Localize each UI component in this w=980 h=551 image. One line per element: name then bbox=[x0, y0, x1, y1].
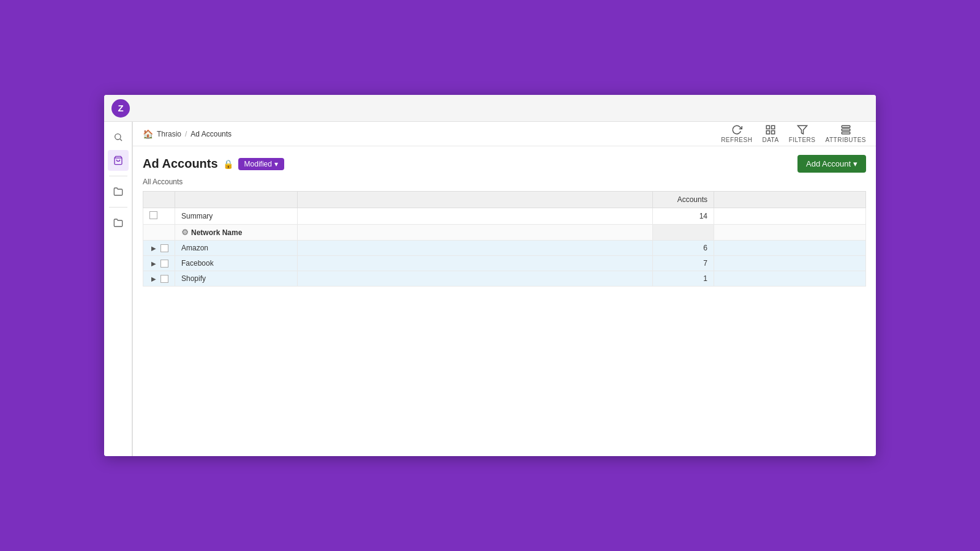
facebook-extra-cell bbox=[714, 256, 866, 271]
svg-line-1 bbox=[120, 139, 122, 141]
amazon-extra-cell bbox=[714, 241, 866, 256]
table-row: ▶ Amazon 6 bbox=[143, 241, 866, 256]
attributes-button[interactable]: ATTRIBUTES bbox=[826, 124, 866, 143]
shopify-expand-icon[interactable]: ▶ bbox=[149, 274, 158, 283]
facebook-controls-cell[interactable]: ▶ bbox=[143, 256, 175, 271]
facebook-expand-icon[interactable]: ▶ bbox=[149, 259, 158, 268]
modified-dropdown[interactable]: Modified ▾ bbox=[238, 158, 284, 170]
summary-checkbox[interactable] bbox=[149, 211, 157, 219]
sidebar-item-cart[interactable] bbox=[108, 150, 129, 171]
facebook-name-cell: Facebook bbox=[175, 256, 298, 271]
svg-marker-7 bbox=[797, 126, 807, 134]
facebook-empty-cell bbox=[298, 256, 653, 271]
content-area: 🏠 Thrasio / Ad Accounts REFRESH bbox=[133, 122, 876, 456]
sidebar-item-folder[interactable] bbox=[108, 181, 129, 202]
filters-button[interactable]: FILTERS bbox=[789, 124, 816, 143]
svg-rect-9 bbox=[842, 129, 850, 131]
svg-rect-5 bbox=[766, 131, 769, 134]
table-row-header: ⚙ Network Name bbox=[143, 225, 866, 241]
svg-point-0 bbox=[115, 134, 120, 140]
breadcrumb-separator: / bbox=[185, 130, 187, 138]
svg-rect-4 bbox=[772, 126, 775, 129]
shopify-name-cell: Shopify bbox=[175, 271, 298, 287]
amazon-name-cell: Amazon bbox=[175, 241, 298, 256]
main-layout: 🏠 Thrasio / Ad Accounts REFRESH bbox=[104, 122, 876, 456]
sidebar-divider-1 bbox=[109, 176, 127, 176]
page-title: Ad Accounts bbox=[143, 157, 218, 171]
summary-empty-cell bbox=[298, 208, 653, 225]
shopify-checkbox[interactable] bbox=[160, 275, 168, 283]
app-logo: Z bbox=[111, 99, 130, 118]
svg-rect-6 bbox=[772, 131, 775, 134]
toolbar-actions: REFRESH DATA FILTERS bbox=[721, 124, 866, 143]
table-header-row: Accounts bbox=[143, 192, 866, 208]
header-row-accounts bbox=[653, 225, 714, 241]
summary-name-cell: Summary bbox=[175, 208, 298, 225]
amazon-accounts-cell: 6 bbox=[653, 241, 714, 256]
home-icon[interactable]: 🏠 bbox=[143, 129, 153, 139]
add-account-button[interactable]: Add Account ▾ bbox=[797, 155, 866, 173]
breadcrumb-bar: 🏠 Thrasio / Ad Accounts REFRESH bbox=[133, 122, 876, 146]
facebook-accounts-cell: 7 bbox=[653, 256, 714, 271]
header-row-controls bbox=[143, 225, 175, 241]
top-bar: Z bbox=[104, 95, 876, 122]
table-container[interactable]: Accounts Summary bbox=[133, 191, 876, 456]
amazon-checkbox[interactable] bbox=[160, 244, 168, 252]
sub-header: All Accounts bbox=[133, 178, 876, 191]
header-row-extra bbox=[714, 225, 866, 241]
sidebar-item-search[interactable] bbox=[108, 127, 129, 148]
header-controls-col bbox=[143, 192, 175, 208]
settings-icon[interactable]: ⚙ bbox=[181, 228, 189, 237]
breadcrumb-current: Ad Accounts bbox=[190, 130, 232, 138]
header-row-name: ⚙ Network Name bbox=[175, 225, 298, 241]
table-row: ▶ Shopify 1 bbox=[143, 271, 866, 287]
page-header: Ad Accounts 🔒 Modified ▾ Add Account ▾ bbox=[133, 146, 876, 178]
lock-icon: 🔒 bbox=[223, 159, 233, 169]
breadcrumb: 🏠 Thrasio / Ad Accounts bbox=[143, 129, 232, 139]
amazon-empty-cell bbox=[298, 241, 653, 256]
modified-chevron: ▾ bbox=[274, 160, 278, 168]
breadcrumb-parent[interactable]: Thrasio bbox=[157, 130, 181, 138]
refresh-button[interactable]: REFRESH bbox=[721, 124, 752, 143]
shopify-accounts-cell: 1 bbox=[653, 271, 714, 287]
amazon-expand-icon[interactable]: ▶ bbox=[149, 244, 158, 252]
add-account-chevron: ▾ bbox=[853, 159, 858, 168]
header-row-empty bbox=[298, 225, 653, 241]
facebook-checkbox[interactable] bbox=[160, 260, 168, 268]
shopify-controls-cell[interactable]: ▶ bbox=[143, 271, 175, 287]
summary-accounts-cell: 14 bbox=[653, 208, 714, 225]
amazon-controls-cell[interactable]: ▶ bbox=[143, 241, 175, 256]
shopify-extra-cell bbox=[714, 271, 866, 287]
table-row: ▶ Facebook 7 bbox=[143, 256, 866, 271]
table-row-summary: Summary 14 bbox=[143, 208, 866, 225]
sidebar bbox=[104, 122, 132, 456]
shopify-empty-cell bbox=[298, 271, 653, 287]
svg-rect-10 bbox=[842, 132, 850, 134]
data-button[interactable]: DATA bbox=[762, 124, 778, 143]
summary-checkbox-cell[interactable] bbox=[143, 208, 175, 225]
header-accounts-col: Accounts bbox=[653, 192, 714, 208]
page-header-left: Ad Accounts 🔒 Modified ▾ bbox=[143, 157, 284, 171]
svg-rect-3 bbox=[766, 126, 769, 129]
sidebar-divider-2 bbox=[109, 207, 127, 208]
header-extra-col bbox=[714, 192, 866, 208]
header-name-col bbox=[175, 192, 298, 208]
header-empty-col bbox=[298, 192, 653, 208]
sidebar-item-folder2[interactable] bbox=[108, 212, 129, 233]
summary-extra-cell bbox=[714, 208, 866, 225]
data-table: Accounts Summary bbox=[143, 191, 866, 287]
svg-rect-8 bbox=[842, 126, 850, 127]
